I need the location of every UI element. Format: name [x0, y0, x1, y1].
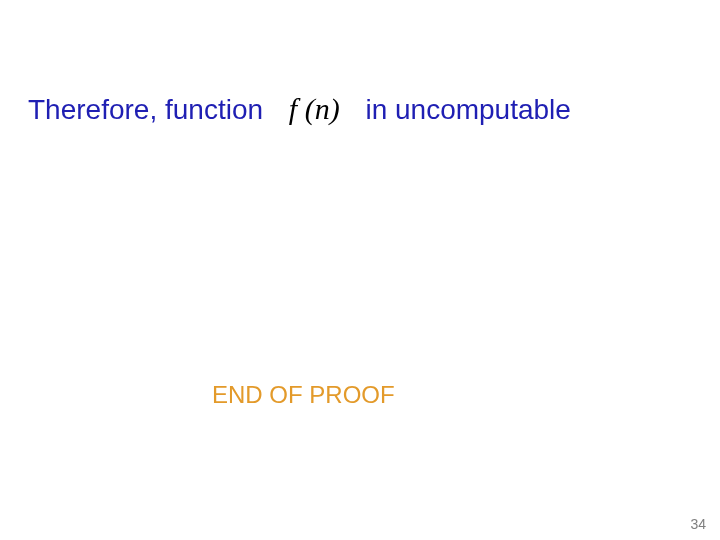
page-number: 34 [690, 516, 706, 532]
statement-prefix: Therefore, function [28, 94, 263, 125]
slide: Therefore, function f (n) in uncomputabl… [0, 0, 720, 540]
statement-math: f (n) [271, 92, 346, 125]
main-statement: Therefore, function f (n) in uncomputabl… [28, 92, 700, 126]
statement-suffix: in uncomputable [353, 94, 570, 125]
end-of-proof: END OF PROOF [212, 381, 395, 409]
